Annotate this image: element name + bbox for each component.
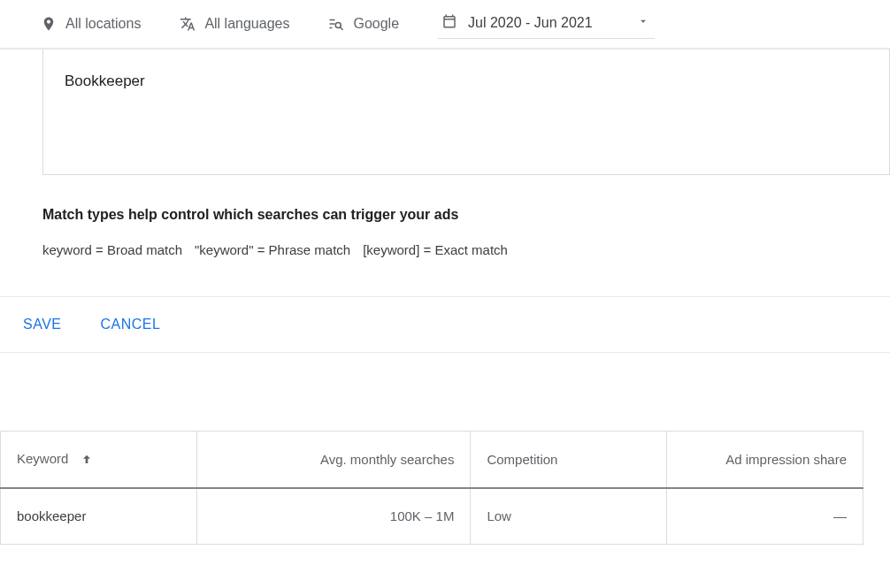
table-row[interactable]: bookkeeper 100K – 1M Low —: [1, 488, 863, 545]
locations-label: All locations: [65, 16, 141, 32]
keyword-input[interactable]: Bookkeeper: [42, 50, 890, 175]
col-header-avg-searches[interactable]: Avg. monthly searches: [196, 431, 471, 488]
translate-icon: [180, 16, 196, 32]
cell-ad-impression-share: —: [667, 488, 863, 545]
languages-label: All languages: [204, 16, 289, 32]
cell-keyword: bookkeeper: [1, 488, 197, 545]
col-header-ad-impression-share[interactable]: Ad impression share: [667, 431, 863, 488]
date-range-picker[interactable]: Jul 2020 - Jun 2021: [438, 10, 655, 39]
dropdown-arrow-icon: [637, 15, 649, 31]
keyword-results-table: Keyword Avg. monthly searches Competitio…: [0, 431, 863, 545]
actions-row: SAVE CANCEL: [0, 296, 890, 353]
languages-filter[interactable]: All languages: [180, 16, 289, 32]
svg-line-4: [341, 27, 343, 30]
calendar-icon: [441, 13, 457, 33]
col-header-keyword[interactable]: Keyword: [1, 431, 197, 488]
match-types-heading: Match types help control which searches …: [42, 207, 890, 223]
search-network-icon: [328, 16, 344, 32]
date-range-label: Jul 2020 - Jun 2021: [468, 15, 593, 31]
svg-point-3: [336, 23, 341, 28]
sort-ascending-icon: [80, 453, 94, 467]
keyword-input-value: Bookkeeper: [65, 73, 145, 89]
filter-toolbar: All locations All languages Google Jul 2…: [0, 0, 890, 50]
network-label: Google: [353, 16, 399, 32]
cell-competition: Low: [471, 488, 667, 545]
match-types-legend: keyword = Broad match "keyword" = Phrase…: [42, 242, 890, 257]
broad-match-label: keyword = Broad match: [42, 242, 182, 257]
save-button[interactable]: SAVE: [23, 317, 62, 332]
exact-match-label: [keyword] = Exact match: [363, 242, 508, 257]
phrase-match-label: "keyword" = Phrase match: [195, 242, 350, 257]
location-pin-icon: [41, 16, 57, 32]
network-filter[interactable]: Google: [328, 16, 399, 32]
cancel-button[interactable]: CANCEL: [101, 317, 161, 332]
col-header-keyword-label: Keyword: [17, 451, 68, 466]
locations-filter[interactable]: All locations: [41, 16, 141, 32]
col-header-competition[interactable]: Competition: [471, 431, 667, 488]
cell-avg-searches: 100K – 1M: [196, 488, 471, 545]
